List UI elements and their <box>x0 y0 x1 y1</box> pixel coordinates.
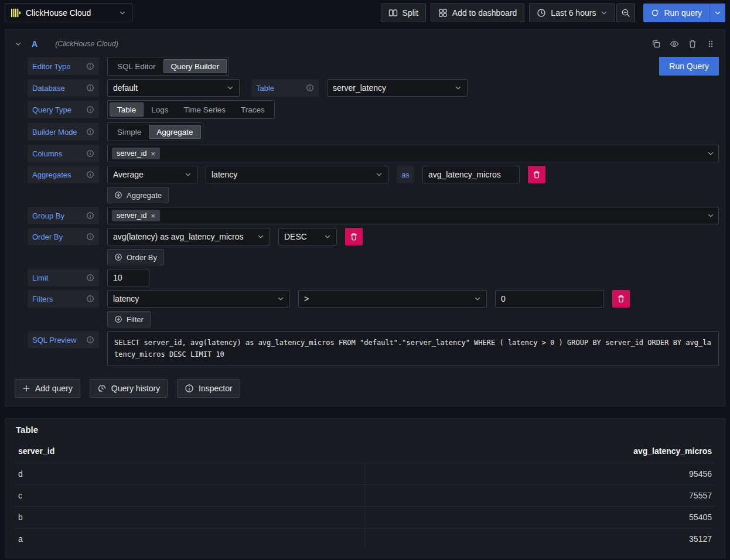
run-query-inline-button[interactable]: Run Query <box>659 57 719 76</box>
aggregate-function-select[interactable]: Average <box>107 166 197 183</box>
columns-multiselect[interactable]: server_id × <box>107 145 719 162</box>
group-by-row: Group By server_id × <box>28 207 719 224</box>
chevron-down-icon <box>227 84 234 91</box>
info-icon[interactable] <box>86 170 94 179</box>
split-icon <box>388 8 398 18</box>
order-by-direction-select[interactable]: DESC <box>278 228 337 245</box>
filter-operator-select[interactable]: > <box>298 290 487 308</box>
group-by-multiselect[interactable]: server_id × <box>107 207 719 224</box>
remove-order-by-button[interactable] <box>345 228 363 245</box>
add-to-dashboard-button[interactable]: Add to dashboard <box>431 4 525 22</box>
field-label-text: Filters <box>32 295 53 303</box>
aggregates-label: Aggregates <box>28 166 99 183</box>
chevron-down-icon <box>455 84 462 91</box>
aggregates-row: Aggregates Average latency as <box>28 166 719 183</box>
field-label-text: Query Type <box>32 105 71 114</box>
trash-icon[interactable] <box>688 39 697 49</box>
add-order-by-button[interactable]: Order By <box>107 249 164 265</box>
zoom-out-icon <box>621 8 630 18</box>
run-query-options-button[interactable] <box>709 4 725 22</box>
add-aggregate-button[interactable]: Aggregate <box>107 187 169 203</box>
query-type-label: Query Type <box>28 101 99 118</box>
copy-icon[interactable] <box>651 39 661 49</box>
column-header-avg-latency-micros[interactable]: avg_latency_micros <box>365 443 715 463</box>
editor-type-option-query-builder[interactable]: Query Builder <box>163 59 227 73</box>
query-type-option-time-series[interactable]: Time Series <box>176 103 234 117</box>
table-label: Table <box>251 79 319 97</box>
editor-type-row: Editor Type SQL Editor Query Builder Run… <box>28 57 719 76</box>
limit-input[interactable] <box>107 269 149 286</box>
remove-tag-icon[interactable]: × <box>151 212 155 220</box>
info-icon[interactable] <box>86 84 94 92</box>
chevron-down-icon <box>185 171 192 178</box>
datasource-picker[interactable]: ClickHouse Cloud <box>5 4 132 22</box>
table-cell-server-id: c <box>15 484 365 506</box>
columns-row: Columns server_id × <box>28 145 719 162</box>
database-select[interactable]: default <box>107 79 240 97</box>
table-select[interactable]: server_latency <box>327 79 468 97</box>
filter-column-select[interactable]: latency <box>107 290 290 308</box>
time-range-picker[interactable]: Last 6 hours <box>529 4 615 22</box>
add-filter-button[interactable]: Filter <box>107 311 151 327</box>
info-icon[interactable] <box>86 211 94 220</box>
info-icon[interactable] <box>86 105 94 114</box>
info-icon[interactable] <box>86 62 94 70</box>
add-query-button[interactable]: Add query <box>15 379 80 398</box>
chevron-down-icon <box>474 295 481 302</box>
clickhouse-logo-icon <box>11 8 21 18</box>
info-icon[interactable] <box>86 128 94 136</box>
group-by-tag[interactable]: server_id × <box>112 210 160 221</box>
chevron-down-icon <box>277 295 284 302</box>
query-type-option-traces[interactable]: Traces <box>233 103 272 117</box>
aggregate-column-select[interactable]: latency <box>206 166 388 183</box>
collapse-chevron-icon[interactable] <box>15 40 22 47</box>
order-by-expression-select[interactable]: avg(latency) as avg_latency_micros <box>107 228 270 245</box>
field-label-text: Group By <box>32 211 64 220</box>
columns-tag[interactable]: server_id × <box>112 148 160 159</box>
info-icon[interactable] <box>86 274 94 282</box>
query-refid[interactable]: A <box>32 39 37 49</box>
drag-handle-icon[interactable] <box>706 39 715 49</box>
split-button[interactable]: Split <box>381 4 426 22</box>
query-type-option-logs[interactable]: Logs <box>144 103 176 117</box>
sql-preview-text: SELECT server_id, avg(latency) as avg_la… <box>107 331 719 366</box>
query-actions <box>651 39 715 49</box>
chevron-down-icon <box>707 150 714 157</box>
builder-mode-option-aggregate[interactable]: Aggregate <box>149 125 200 139</box>
remove-filter-button[interactable] <box>612 290 630 308</box>
info-icon[interactable] <box>86 336 94 344</box>
database-label: Database <box>28 79 99 97</box>
database-table-row: Database default Table server_latency <box>28 79 719 97</box>
column-header-server-id[interactable]: server_id <box>15 443 365 463</box>
info-icon[interactable] <box>306 84 314 92</box>
filter-value-input[interactable] <box>495 290 604 308</box>
info-icon[interactable] <box>86 149 94 158</box>
aggregate-alias-input[interactable] <box>422 166 520 183</box>
split-label: Split <box>402 8 418 18</box>
builder-mode-option-simple[interactable]: Simple <box>110 125 149 139</box>
field-label-text: Aggregates <box>32 170 71 179</box>
query-type-option-table[interactable]: Table <box>110 103 144 117</box>
field-label-text: Database <box>32 84 65 93</box>
add-order-by-label: Order By <box>127 253 157 262</box>
query-history-button[interactable]: Query history <box>90 379 168 398</box>
remove-tag-icon[interactable]: × <box>151 150 155 158</box>
remove-aggregate-button[interactable] <box>528 166 545 183</box>
filter-operator-value: > <box>304 294 309 303</box>
info-icon[interactable] <box>86 295 94 303</box>
field-label-text: Builder Mode <box>32 128 77 136</box>
zoom-out-button[interactable] <box>616 4 635 22</box>
editor-type-label: Editor Type <box>28 57 99 75</box>
eye-icon[interactable] <box>670 39 679 49</box>
table-select-value: server_latency <box>333 83 386 93</box>
filter-column-value: latency <box>113 294 139 303</box>
run-query-button[interactable]: Run query <box>643 4 709 22</box>
filters-label: Filters <box>28 290 99 308</box>
field-label-text: Table <box>256 84 274 93</box>
clock-icon <box>537 8 546 18</box>
editor-type-option-sql-editor[interactable]: SQL Editor <box>110 59 163 73</box>
order-by-row: Order By avg(latency) as avg_latency_mic… <box>28 228 719 245</box>
info-icon[interactable] <box>86 233 94 241</box>
inspector-button[interactable]: Inspector <box>177 379 240 398</box>
limit-label: Limit <box>28 269 99 286</box>
